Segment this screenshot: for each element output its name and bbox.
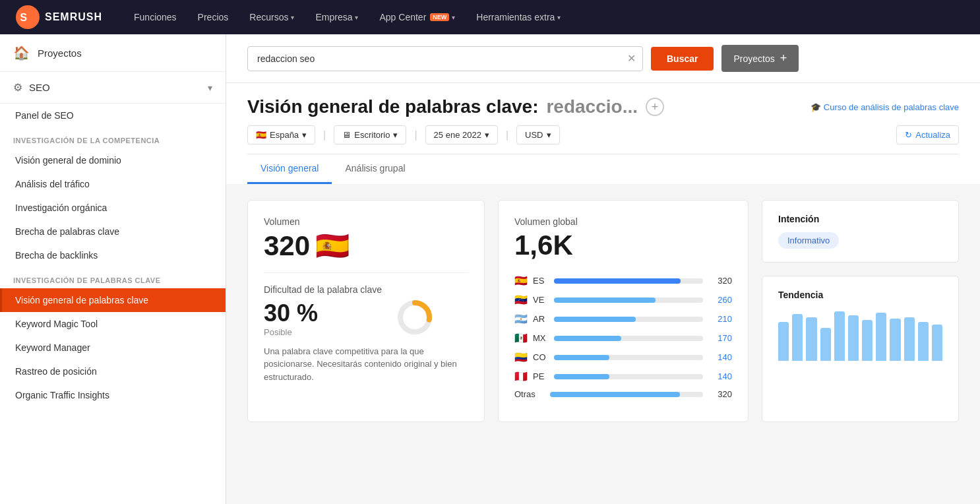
actualizar-button[interactable]: ↻ Actualiza xyxy=(896,125,959,144)
nav-funciones[interactable]: Funciones xyxy=(134,12,177,22)
sidebar: 🏠 Proyectos ⚙ SEO ▾ Panel de SEO INVESTI… xyxy=(0,34,226,504)
country-code-ar: AR xyxy=(533,314,549,324)
country-row-co: 🇨🇴 CO 140 xyxy=(514,351,732,363)
otras-label: Otras xyxy=(514,389,545,399)
country-num-es: 320 xyxy=(708,276,732,286)
app-center-chevron-icon: ▾ xyxy=(452,14,455,21)
tendencia-bar-3 xyxy=(820,328,831,361)
semrush-logo-icon: S xyxy=(16,5,40,29)
tendencia-bar-10 xyxy=(918,322,929,361)
sidebar-seo-header[interactable]: ⚙ SEO ▾ xyxy=(0,72,226,104)
filter-divider-2: | xyxy=(414,129,417,141)
sidebar-item-brecha-backlinks[interactable]: Brecha de backlinks xyxy=(0,243,226,267)
sidebar-item-analisis-trafico[interactable]: Análisis del tráfico xyxy=(0,172,226,196)
recursos-chevron-icon: ▾ xyxy=(291,14,294,21)
tendencia-bar-7 xyxy=(876,313,886,361)
currency-chevron-icon: ▾ xyxy=(547,130,551,140)
country-row-ve: 🇻🇪 VE 260 xyxy=(514,294,732,306)
nav-herramientas[interactable]: Herramientas extra ▾ xyxy=(476,12,561,22)
country-code-co: CO xyxy=(533,352,549,362)
sidebar-item-brecha-palabras[interactable]: Brecha de palabras clave xyxy=(0,220,226,243)
flag-es-icon: 🇪🇸 xyxy=(514,274,528,287)
country-code-es: ES xyxy=(533,276,549,286)
flag-mx-icon: 🇲🇽 xyxy=(514,332,528,344)
logo[interactable]: S SEMRUSH xyxy=(16,5,102,29)
flag-co-icon: 🇨🇴 xyxy=(514,351,528,363)
filter-device[interactable]: 🖥 Escritorio ▾ xyxy=(334,125,406,144)
sidebar-item-keyword-magic-tool[interactable]: Keyword Magic Tool xyxy=(0,312,226,336)
card-volume: Volumen 320 🇪🇸 Dificultad de la palabra … xyxy=(247,200,485,422)
global-volume-label: Volumen global xyxy=(514,216,732,227)
sidebar-home[interactable]: 🏠 Proyectos xyxy=(0,34,226,72)
tab-vision-general[interactable]: Visión general xyxy=(247,154,332,184)
filter-date[interactable]: 25 ene 2022 ▾ xyxy=(425,125,498,144)
curso-link[interactable]: 🎓 Curso de análisis de palabras clave xyxy=(811,102,959,112)
tendencia-bar-9 xyxy=(904,317,915,361)
bar-ar xyxy=(554,317,703,322)
country-num-pe[interactable]: 140 xyxy=(708,371,732,381)
nav-recursos[interactable]: Recursos ▾ xyxy=(249,12,294,22)
otras-value: 320 xyxy=(708,389,732,399)
spain-flag-volume-icon: 🇪🇸 xyxy=(315,230,350,262)
country-num-mx[interactable]: 170 xyxy=(708,333,732,343)
bar-fill-pe xyxy=(554,374,609,379)
difficulty-status: Posible xyxy=(264,327,382,337)
svg-point-0 xyxy=(16,5,40,29)
bar-otras xyxy=(550,392,703,397)
volume-label: Volumen xyxy=(264,216,468,227)
bar-fill-mx xyxy=(554,336,621,341)
nav-empresa[interactable]: Empresa ▾ xyxy=(315,12,358,22)
country-code-pe: PE xyxy=(533,371,549,381)
filter-divider-1: | xyxy=(323,129,326,141)
search-clear-icon[interactable]: ✕ xyxy=(621,52,642,65)
country-code-mx: MX xyxy=(533,333,549,343)
bar-ve xyxy=(554,298,703,303)
nav-app-center[interactable]: App Center NEW ▾ xyxy=(379,12,455,22)
sidebar-home-label: Proyectos xyxy=(38,47,82,59)
spain-flag-icon: 🇪🇸 xyxy=(256,130,266,140)
bar-fill-es xyxy=(554,278,681,284)
country-num-ve[interactable]: 260 xyxy=(708,295,732,305)
intencion-badge: Informativo xyxy=(778,232,839,249)
app-center-new-badge: NEW xyxy=(430,13,449,21)
country-chevron-icon: ▾ xyxy=(302,130,307,140)
difficulty-left: Dificultad de la palabra clave 30 % Posi… xyxy=(264,284,382,337)
difficulty-label: Dificultad de la palabra clave xyxy=(264,284,382,297)
country-row-pe: 🇵🇪 PE 140 xyxy=(514,370,732,383)
tendencia-bar-8 xyxy=(890,319,900,361)
tendencia-bar-11 xyxy=(932,325,942,361)
country-row-es: 🇪🇸 ES 320 xyxy=(514,274,732,287)
sidebar-item-rastreo-posicion[interactable]: Rastreo de posición xyxy=(0,360,226,383)
sidebar-item-investigacion-organica[interactable]: Investigación orgánica xyxy=(0,196,226,220)
country-num-ar[interactable]: 210 xyxy=(708,314,732,324)
proyectos-button[interactable]: Proyectos + xyxy=(721,45,799,72)
search-input[interactable] xyxy=(248,47,621,71)
tendencia-bar-5 xyxy=(848,315,859,361)
search-button[interactable]: Buscar xyxy=(651,47,714,71)
country-row-mx: 🇲🇽 MX 170 xyxy=(514,332,732,344)
sidebar-item-vision-dominio[interactable]: Visión general de dominio xyxy=(0,148,226,172)
difficulty-pct: 30 % xyxy=(264,299,382,327)
filter-country[interactable]: 🇪🇸 España ▾ xyxy=(247,125,315,144)
nav-precios[interactable]: Precios xyxy=(198,12,229,22)
tendencia-bar-0 xyxy=(778,322,789,361)
tab-analisis-grupal[interactable]: Análisis grupal xyxy=(332,154,418,184)
sidebar-item-organic-traffic[interactable]: Organic Traffic Insights xyxy=(0,383,226,407)
sidebar-item-vision-palabras-clave[interactable]: Visión general de palabras clave xyxy=(0,288,226,312)
otras-row: Otras 320 xyxy=(514,389,732,399)
country-num-co[interactable]: 140 xyxy=(708,352,732,362)
country-code-ve: VE xyxy=(533,295,549,305)
filter-currency[interactable]: USD ▾ xyxy=(516,125,559,144)
difficulty-description: Una palabra clave competitiva para la qu… xyxy=(264,345,468,384)
tendencia-bar-chart xyxy=(778,308,942,361)
bar-fill-co xyxy=(554,355,609,360)
sidebar-item-keyword-manager[interactable]: Keyword Manager xyxy=(0,336,226,360)
bar-es xyxy=(554,278,703,284)
add-keyword-icon[interactable]: + xyxy=(646,98,664,116)
page-title: Visión general de palabras clave: xyxy=(247,96,538,117)
main-content: ✕ Buscar Proyectos + Visión general de p… xyxy=(226,34,980,504)
main-layout: 🏠 Proyectos ⚙ SEO ▾ Panel de SEO INVESTI… xyxy=(0,34,980,504)
card-global-volume: Volumen global 1,6K 🇪🇸 ES 320 🇻🇪 VE xyxy=(498,200,749,422)
difficulty-row: Dificultad de la palabra clave 30 % Posi… xyxy=(264,284,468,337)
sidebar-item-panel-seo[interactable]: Panel de SEO xyxy=(0,104,226,127)
